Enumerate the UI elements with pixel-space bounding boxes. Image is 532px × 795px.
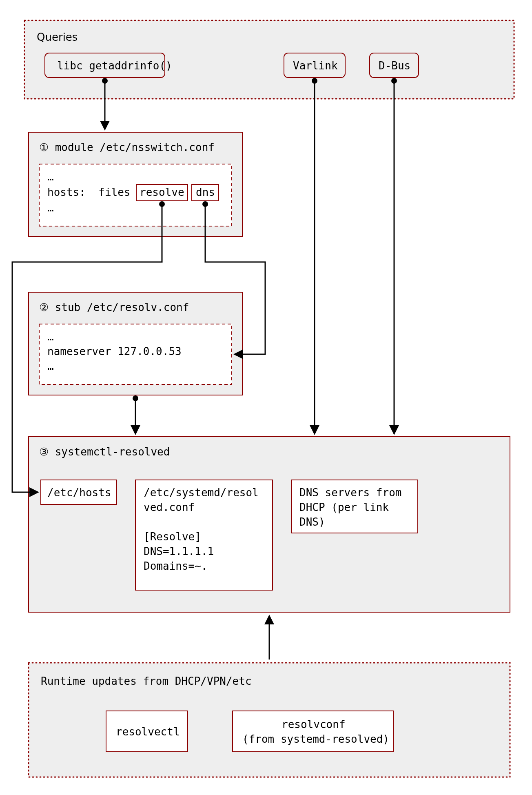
nsswitch-resolve: resolve [140,186,184,198]
resolvconf-l3: … [47,360,54,372]
edge-varlink-resolved [312,78,317,433]
conf-l2: ved.conf [144,501,195,513]
nsswitch-title: ① module /etc/nsswitch.conf [39,141,215,153]
dhcp-l2: DHCP (per link [299,501,389,513]
resolved-container: ③ systemctl-resolved /etc/hosts /etc/sys… [29,437,510,612]
nsswitch-l2a: hosts: files [47,186,137,198]
resolvconf-title: ② stub /etc/resolv.conf [39,301,189,313]
conf-l5: Domains=~. [144,560,208,572]
libc-label: libc getaddrinfo() [57,60,172,72]
resolvectl-label: resolvectl [116,726,180,738]
resolvconf-container: ② stub /etc/resolv.conf … nameserver 127… [29,292,242,395]
runtime-title: Runtime updates from DHCP/VPN/etc [41,675,252,687]
resolvconf-l1: resolvconf [282,718,346,731]
dhcp-l3: DNS) [299,516,325,528]
nsswitch-l1: … [47,171,54,183]
edge-resolvconf-resolved [133,395,138,433]
queries-title: Queries [37,31,78,43]
nsswitch-l3: … [47,202,54,214]
varlink-label: Varlink [293,60,338,72]
conf-l4: DNS=1.1.1.1 [144,545,214,557]
nsswitch-container: ① module /etc/nsswitch.conf … hosts: fil… [29,132,242,237]
conf-l1: /etc/systemd/resol [144,486,259,499]
resolvconf-l1: … [47,331,54,343]
dbus-label: D-Bus [379,60,410,72]
hosts-label: /etc/hosts [47,486,111,499]
nsswitch-dns: dns [196,186,215,198]
runtime-container: Runtime updates from DHCP/VPN/etc resolv… [29,663,510,777]
resolved-title: ③ systemctl-resolved [39,446,170,458]
edge-dbus-resolved [391,78,397,433]
resolvconf-l2: (from systemd-resolved) [242,733,389,745]
queries-container: Queries libc getaddrinfo() Varlink D-Bus [24,20,514,99]
resolvconf-l2: nameserver 127.0.0.53 [47,345,182,358]
conf-l3: [Resolve] [144,531,201,543]
resolvconf-box [233,711,393,752]
dhcp-l1: DNS servers from [299,486,401,499]
